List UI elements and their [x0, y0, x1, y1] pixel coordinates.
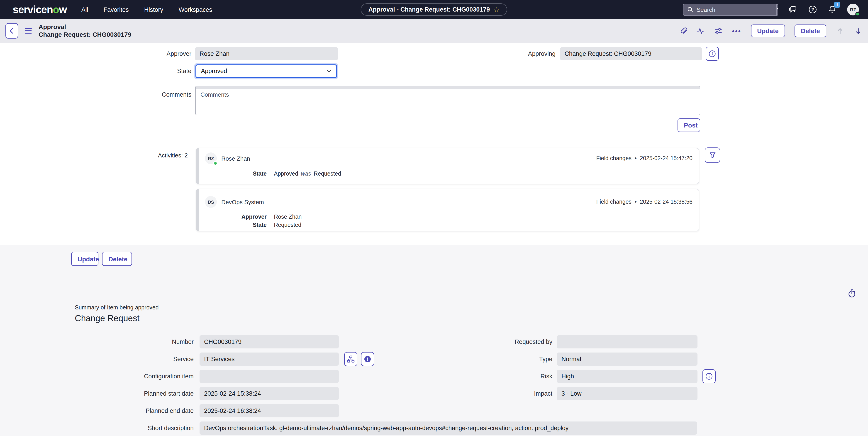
top-header: servicenow All Favorites History Workspa…	[0, 0, 868, 19]
changed-field-value: Requested	[274, 222, 301, 228]
servicenow-logo[interactable]: servicenow	[13, 3, 67, 16]
was-word: was	[301, 171, 311, 177]
comments-textarea[interactable]	[195, 86, 700, 115]
state-select[interactable]: Approved	[195, 64, 337, 78]
field-change-row: State ApprovedwasRequested	[205, 171, 692, 177]
activity-header: RZ Rose Zhan Field changes • 2025-02-24 …	[205, 152, 692, 164]
search-input[interactable]	[696, 6, 776, 13]
avatar-initials: DS	[208, 199, 214, 204]
timer-stopwatch-icon[interactable]	[847, 289, 857, 298]
online-status-dot	[855, 12, 860, 16]
requested-by-label: Requested by	[454, 335, 552, 348]
comments-input-wrap	[195, 86, 700, 115]
type-field: Normal	[557, 352, 698, 366]
service-alert-info-button[interactable]: !	[361, 352, 374, 366]
configuration-item-field	[199, 370, 339, 383]
scroll-up-icon[interactable]	[836, 27, 844, 35]
form-context-menu-icon[interactable]	[25, 28, 32, 34]
header-right-cluster: ? 1 RZ	[683, 3, 859, 16]
record-breadcrumb: Approval Change Request: CHG0030179	[38, 23, 131, 39]
approver-field: Rose Zhan	[195, 47, 338, 60]
activity-author: Rose Zhan	[221, 155, 250, 162]
user-avatar[interactable]: RZ	[847, 4, 859, 16]
approval-form: Approver Rose Zhan Approving Change Requ…	[0, 43, 868, 245]
update-button-bottom[interactable]: Update	[71, 252, 98, 266]
risk-field: High	[557, 370, 698, 383]
type-label: Type	[454, 352, 552, 366]
delete-button-bottom[interactable]: Delete	[102, 252, 132, 266]
old-value: Requested	[314, 171, 341, 177]
avatar-initials: RZ	[208, 156, 214, 161]
field-change-row: Approver Rose Zhan	[205, 214, 692, 220]
changed-field-name: State	[205, 171, 267, 177]
update-button[interactable]: Update	[751, 25, 785, 37]
help-icon[interactable]: ?	[808, 5, 817, 14]
planned-end-label: Planned end date	[0, 404, 194, 417]
service-label: Service	[0, 352, 194, 366]
attachment-paperclip-icon[interactable]	[679, 27, 687, 35]
toolbar-actions: ••• Update Delete	[679, 25, 863, 37]
planned-start-field: 2025-02-24 15:38:24	[199, 387, 339, 400]
record-number: Change Request: CHG0030179	[38, 31, 131, 39]
activity-timestamp: 2025-02-24 15:47:20	[640, 155, 692, 162]
top-nav: All Favorites History Workspaces	[82, 6, 212, 13]
impact-label: Impact	[454, 387, 552, 400]
delete-button[interactable]: Delete	[795, 25, 826, 37]
more-actions-icon[interactable]: •••	[732, 27, 742, 34]
record-title-pill[interactable]: Approval - Change Request: CHG0030179 ☆	[361, 3, 507, 16]
activity-author: DevOps System	[221, 199, 264, 205]
favorite-star-icon[interactable]: ☆	[493, 6, 499, 13]
summary-section: Update Delete Summary of Item being appr…	[0, 245, 868, 436]
configuration-item-label: Configuration item	[0, 370, 194, 383]
notifications-bell-icon[interactable]: 1	[828, 5, 837, 14]
chevron-down-icon	[327, 69, 332, 73]
logo-text-2: w	[59, 3, 67, 15]
record-toolbar: Approval Change Request: CHG0030179 ••• …	[0, 19, 868, 43]
meta-separator: •	[635, 199, 637, 205]
comments-label: Comments	[0, 90, 191, 99]
chevron-down-icon	[777, 8, 778, 11]
risk-label: Risk	[454, 370, 552, 383]
search-icon	[687, 6, 694, 13]
state-value: Approved	[201, 65, 227, 77]
activity-pulse-icon[interactable]	[697, 27, 705, 35]
service-hierarchy-button[interactable]	[344, 352, 358, 366]
scroll-down-icon[interactable]	[854, 27, 863, 35]
planned-end-field: 2025-02-24 16:38:24	[199, 404, 339, 417]
changed-field-name: Approver	[205, 214, 267, 220]
svg-text:?: ?	[811, 7, 814, 12]
back-button[interactable]	[5, 23, 18, 38]
nav-all[interactable]: All	[82, 6, 88, 13]
nav-history[interactable]: History	[144, 6, 163, 13]
connect-chat-icon[interactable]	[788, 5, 798, 14]
comments-resize-grip[interactable]	[196, 86, 700, 89]
risk-info-button[interactable]	[703, 369, 716, 383]
logo-text: servicen	[13, 3, 53, 15]
post-button[interactable]: Post	[678, 118, 700, 132]
page: servicenow All Favorites History Workspa…	[0, 0, 868, 436]
activity-meta: Field changes • 2025-02-24 15:47:20	[596, 155, 692, 162]
changed-field-name: State	[205, 222, 267, 228]
avatar-initials: RZ	[850, 7, 856, 12]
avatar: RZ	[205, 152, 217, 164]
search-scope-dropdown[interactable]	[776, 4, 778, 15]
activities-count-label: Activities: 2	[97, 152, 188, 159]
requested-by-field	[557, 335, 698, 348]
record-type: Approval	[38, 23, 131, 31]
activity-header: DS DevOps System Field changes • 2025-02…	[205, 196, 692, 208]
activity-timestamp: 2025-02-24 15:38:56	[640, 199, 692, 205]
meta-separator: •	[635, 155, 637, 162]
field-change-row: State Requested	[205, 222, 692, 228]
number-field: CHG0030179	[199, 335, 339, 348]
state-label: State	[0, 64, 191, 78]
activity-card: DS DevOps System Field changes • 2025-02…	[196, 189, 699, 231]
activity-filter-button[interactable]	[705, 147, 720, 163]
personalize-sliders-icon[interactable]	[714, 27, 723, 35]
svg-text:!: !	[367, 357, 369, 361]
nav-favorites[interactable]: Favorites	[104, 6, 129, 13]
approving-info-button[interactable]	[706, 47, 719, 61]
service-field: IT Services	[199, 352, 339, 366]
nav-workspaces[interactable]: Workspaces	[179, 6, 212, 13]
approving-field: Change Request: CHG0030179	[560, 47, 702, 60]
number-label: Number	[0, 335, 194, 348]
